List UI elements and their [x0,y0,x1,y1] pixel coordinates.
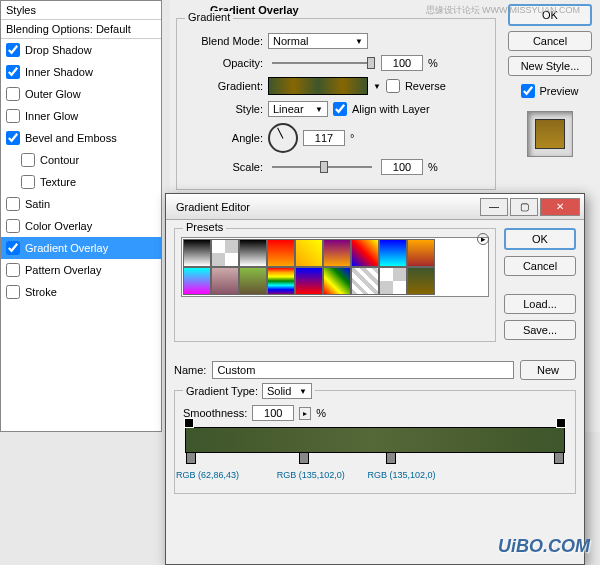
style-item[interactable]: Bevel and Emboss [1,127,161,149]
ok-button[interactable]: OK [508,4,592,26]
close-button[interactable]: ✕ [540,198,580,216]
gradient-dropdown-icon[interactable]: ▼ [373,82,381,91]
style-checkbox[interactable] [6,131,20,145]
opacity-input[interactable]: 100 [381,55,423,71]
style-label: Satin [25,198,50,210]
style-checkbox[interactable] [6,65,20,79]
caret-icon: ▼ [355,37,363,46]
color-stop[interactable] [186,452,196,464]
opacity-slider[interactable] [272,62,372,64]
color-stop[interactable] [299,452,309,464]
save-button[interactable]: Save... [504,320,576,340]
style-checkbox[interactable] [21,175,35,189]
style-checkbox[interactable] [6,285,20,299]
stop-rgb-label: RGB (62,86,43) [176,470,239,480]
gradient-editor-dialog: Gradient Editor — ▢ ✕ Presets ▸ OK Cance… [165,193,585,565]
name-input[interactable]: Custom [212,361,514,379]
preset-swatch[interactable] [239,239,267,267]
preset-swatch[interactable] [351,239,379,267]
style-checkbox[interactable] [6,43,20,57]
style-select[interactable]: Linear▼ [268,101,328,117]
preset-swatch[interactable] [267,239,295,267]
new-style-button[interactable]: New Style... [508,56,592,76]
preset-swatch[interactable] [211,239,239,267]
presets-menu-icon[interactable]: ▸ [477,233,489,245]
style-checkbox[interactable] [21,153,35,167]
gradient-bar[interactable]: RGB (62,86,43) RGB (135,102,0) RGB (135,… [185,427,565,453]
load-button[interactable]: Load... [504,294,576,314]
style-item[interactable]: Satin [1,193,161,215]
style-checkbox[interactable] [6,241,20,255]
scale-input[interactable]: 100 [381,159,423,175]
reverse-checkbox[interactable] [386,79,400,93]
angle-dial[interactable] [268,123,298,153]
style-label: Contour [40,154,79,166]
smoothness-input[interactable]: 100 [252,405,294,421]
scale-slider[interactable] [272,166,372,168]
preset-swatch[interactable] [379,239,407,267]
style-item[interactable]: Contour [1,149,161,171]
blend-mode-select[interactable]: Normal▼ [268,33,368,49]
preview-label: Preview [539,85,578,97]
gradient-picker[interactable] [268,77,368,95]
style-item[interactable]: Drop Shadow [1,39,161,61]
preset-swatch[interactable] [267,267,295,295]
preset-swatch[interactable] [407,239,435,267]
style-label: Inner Glow [25,110,78,122]
style-item[interactable]: Stroke [1,281,161,303]
style-label: Inner Shadow [25,66,93,78]
style-item[interactable]: Outer Glow [1,83,161,105]
preset-swatch[interactable] [211,267,239,295]
style-checkbox[interactable] [6,219,20,233]
color-stop[interactable] [386,452,396,464]
style-item[interactable]: Texture [1,171,161,193]
preset-swatch[interactable] [379,267,407,295]
style-checkbox[interactable] [6,87,20,101]
smoothness-unit: % [316,407,326,419]
angle-input[interactable]: 117 [303,130,345,146]
opacity-stop[interactable] [556,418,566,428]
style-item[interactable]: Inner Shadow [1,61,161,83]
preview-swatch [527,111,573,157]
preset-swatch[interactable] [239,267,267,295]
style-label: Drop Shadow [25,44,92,56]
style-item[interactable]: Inner Glow [1,105,161,127]
preset-swatch[interactable] [295,239,323,267]
scale-label: Scale: [185,161,263,173]
preset-swatch[interactable] [183,267,211,295]
editor-cancel-button[interactable]: Cancel [504,256,576,276]
gradient-type-select[interactable]: Solid▼ [262,383,312,399]
blending-options[interactable]: Blending Options: Default [1,20,161,39]
style-label: Pattern Overlay [25,264,101,276]
new-button[interactable]: New [520,360,576,380]
gradient-type-label: Gradient Type: [186,385,258,397]
preview-checkbox[interactable] [521,84,535,98]
opacity-stop[interactable] [184,418,194,428]
caret-icon: ▼ [315,105,323,114]
style-checkbox[interactable] [6,197,20,211]
maximize-button[interactable]: ▢ [510,198,538,216]
preset-swatch[interactable] [295,267,323,295]
minimize-button[interactable]: — [480,198,508,216]
titlebar[interactable]: Gradient Editor — ▢ ✕ [166,194,584,220]
preset-swatch[interactable] [323,267,351,295]
style-item[interactable]: Color Overlay [1,215,161,237]
style-checkbox[interactable] [6,109,20,123]
align-checkbox[interactable] [333,102,347,116]
preset-swatch[interactable] [323,239,351,267]
style-item[interactable]: Pattern Overlay [1,259,161,281]
editor-ok-button[interactable]: OK [504,228,576,250]
style-label: Gradient Overlay [25,242,108,254]
preset-swatch[interactable] [183,239,211,267]
presets-grid [181,237,489,297]
caret-icon: ▼ [299,387,307,396]
style-label: Bevel and Emboss [25,132,117,144]
style-item[interactable]: Gradient Overlay [1,237,161,259]
style-checkbox[interactable] [6,263,20,277]
color-stop[interactable] [554,452,564,464]
cancel-button[interactable]: Cancel [508,31,592,51]
preset-swatch[interactable] [351,267,379,295]
smoothness-stepper-icon[interactable]: ▸ [299,407,311,420]
preset-swatch[interactable] [407,267,435,295]
gradient-legend: Gradient [185,11,233,23]
